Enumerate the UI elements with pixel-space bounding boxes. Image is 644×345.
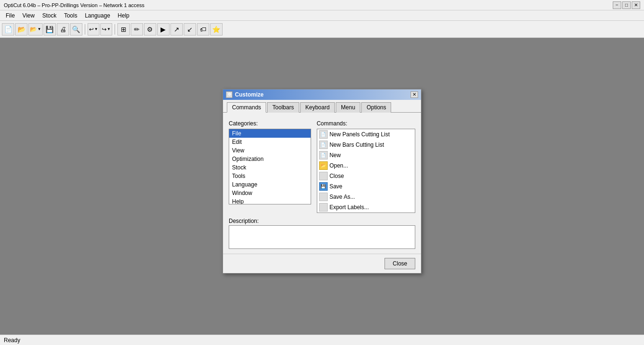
status-bar: Ready [0,335,644,345]
close-window-button[interactable]: ✕ [632,1,640,9]
category-help[interactable]: Help [229,197,311,204]
dialog-title-area: ⚙ Customize [226,91,264,98]
cmd-new-label: New [330,152,341,159]
cmd-new-panels-icon: 📄 [319,130,328,139]
category-file[interactable]: File [229,129,311,138]
cmd-save-icon: 💾 [319,182,328,191]
dialog-backdrop: ⚙ Customize ✕ Commands Toolbars Keyboard… [0,27,644,335]
window-controls: − □ ✕ [613,1,640,9]
minimize-button[interactable]: − [613,1,621,9]
description-label: Description: [229,218,415,224]
dialog-icon: ⚙ [226,91,233,98]
category-stock[interactable]: Stock [229,163,311,172]
title-bar: OptiCut 6.04b – Pro-PP-Drillings Version… [0,0,644,10]
tab-commands[interactable]: Commands [227,102,266,113]
tab-options[interactable]: Options [361,102,391,113]
tab-toolbars[interactable]: Toolbars [267,102,299,113]
cmd-save-as-icon [319,193,328,201]
cmd-open-icon: 📂 [319,161,328,170]
cmd-new-bars[interactable]: 📄 New Bars Cutting List [317,140,415,150]
cmd-save-as[interactable]: Save As... [317,192,415,202]
categories-column: Categories: File Edit View Optimization … [229,120,311,213]
category-window[interactable]: Window [229,189,311,197]
category-view[interactable]: View [229,146,311,155]
menu-bar: File View Stock Tools Language Help [0,10,644,21]
cmd-save-label: Save [330,183,342,190]
cmd-close[interactable]: Close [317,171,415,181]
cmd-close-label: Close [330,173,344,179]
commands-label: Commands: [317,120,415,127]
categories-listbox[interactable]: File Edit View Optimization Stock Tools … [229,129,311,204]
description-box [229,225,415,249]
commands-column: Commands: 📄 New Panels Cutting List 📄 Ne… [317,120,415,213]
cmd-new-bars-label: New Bars Cutting List [330,142,384,148]
cmd-close-icon [319,172,328,180]
menu-file[interactable]: File [2,11,18,20]
status-text: Ready [4,337,20,344]
dialog-close-icon[interactable]: ✕ [411,91,418,98]
cmd-open-label: Open... [330,162,348,169]
category-edit[interactable]: Edit [229,138,311,146]
tab-menu[interactable]: Menu [336,102,360,113]
customize-dialog: ⚙ Customize ✕ Commands Toolbars Keyboard… [223,89,421,274]
cmd-export-labels-label: Export Labels... [330,204,369,211]
cmd-new-panels-label: New Panels Cutting List [330,131,390,138]
maximize-button[interactable]: □ [622,1,631,9]
dialog-title-text: Customize [235,91,264,98]
dialog-body: Categories: File Edit View Optimization … [223,113,421,254]
menu-tools[interactable]: Tools [60,11,81,20]
commands-listbox[interactable]: 📄 New Panels Cutting List 📄 New Bars Cut… [317,129,415,213]
category-language[interactable]: Language [229,180,311,189]
menu-view[interactable]: View [18,11,38,20]
close-button[interactable]: Close [385,258,415,269]
cmd-new[interactable]: 📄 New [317,150,415,160]
cmd-new-panels[interactable]: 📄 New Panels Cutting List [317,129,415,140]
cmd-save[interactable]: 💾 Save [317,181,415,192]
cmd-new-bars-icon: 📄 [319,141,328,149]
cmd-export-labels-icon [319,203,328,212]
cmd-save-as-label: Save As... [330,194,355,200]
description-section: Description: [229,218,415,249]
cmd-new-icon: 📄 [319,151,328,159]
cmd-export-labels[interactable]: Export Labels... [317,202,415,212]
categories-label: Categories: [229,120,311,127]
dialog-footer: Close [223,254,421,273]
title-text: OptiCut 6.04b – Pro-PP-Drillings Version… [4,2,144,8]
tab-keyboard[interactable]: Keyboard [300,102,335,113]
category-optimization[interactable]: Optimization [229,155,311,163]
menu-stock[interactable]: Stock [38,11,60,20]
dialog-tabs: Commands Toolbars Keyboard Menu Options [223,100,421,113]
menu-language[interactable]: Language [81,11,114,20]
categories-commands-row: Categories: File Edit View Optimization … [229,120,415,213]
cmd-open[interactable]: 📂 Open... [317,160,415,171]
dialog-titlebar: ⚙ Customize ✕ [223,89,421,100]
category-tools[interactable]: Tools [229,172,311,180]
menu-help[interactable]: Help [114,11,134,20]
